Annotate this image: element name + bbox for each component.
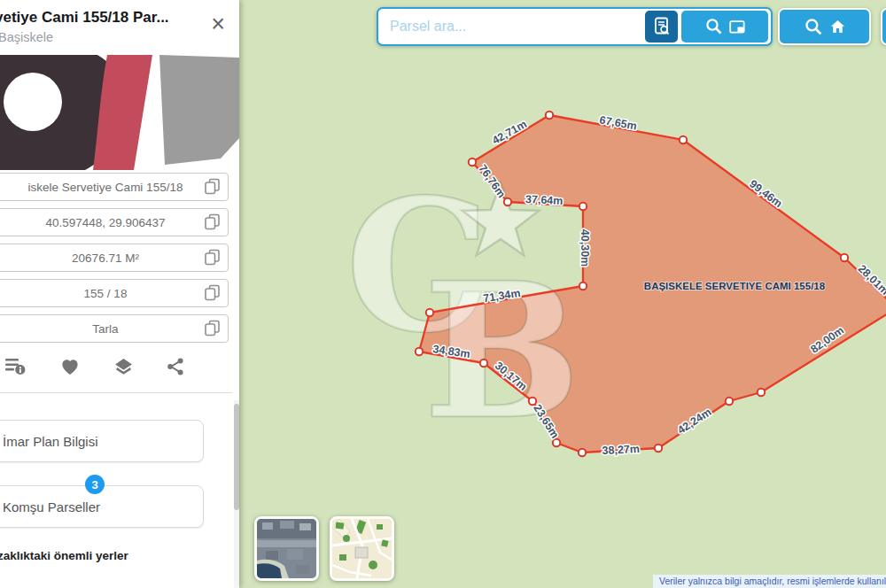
measurement-label: 40,30m	[579, 229, 591, 267]
vertex-point[interactable]	[553, 439, 560, 446]
field-land-type: Tarla	[0, 314, 229, 343]
search-home-button[interactable]	[778, 8, 871, 45]
close-icon[interactable]: ×	[211, 14, 225, 34]
action-icon-row	[4, 355, 186, 380]
field-parcel-name: iskele Servetiye Cami 155/18	[0, 173, 229, 201]
agency-logo	[0, 51, 239, 170]
field-value: Tarla	[92, 322, 118, 336]
sidebar-scrollbar-thumb[interactable]	[234, 404, 239, 510]
share-icon	[167, 358, 184, 375]
vertex-point[interactable]	[841, 254, 848, 261]
vertex-point[interactable]	[579, 449, 586, 456]
map-frame-icon	[729, 20, 745, 34]
layers-icon	[114, 358, 133, 375]
parcel-search-bar	[377, 7, 773, 46]
vertex-point[interactable]	[579, 203, 587, 210]
field-block-parcel: 155 / 18	[0, 279, 229, 307]
field-value: 20676.71 M²	[72, 251, 139, 265]
vertex-point[interactable]	[416, 348, 423, 355]
vertex-point[interactable]	[469, 159, 476, 166]
copy-icon[interactable]	[203, 320, 222, 338]
neighbor-parcels-button[interactable]: Komşu Parseller	[0, 485, 204, 528]
panel-header: vetiye Cami 155/18 Par... × Başiskele	[0, 0, 239, 44]
heart-icon	[60, 358, 80, 375]
copy-icon[interactable]	[203, 284, 222, 303]
parcel-info-icon	[5, 357, 27, 375]
search-area-button[interactable]	[681, 11, 768, 43]
measurement-label: 38,27m	[602, 443, 640, 457]
parcel-fields: iskele Servetiye Cami 155/18 40.597448, …	[0, 170, 239, 343]
search-input[interactable]	[381, 12, 645, 42]
measurement-label: 37,64m	[525, 193, 563, 207]
vertex-point[interactable]	[680, 136, 687, 143]
map-canvas[interactable]: C B 42,71m67,65m99,46m28,01m82,00m42,24m…	[239, 0, 886, 588]
panel-title: vetiye Cami 155/18 Par...	[0, 9, 209, 27]
zoning-plan-button[interactable]: İmar Plan Bilgisi	[0, 420, 204, 462]
layers-button[interactable]	[113, 355, 135, 380]
data-disclaimer: Veriler yalnızca bilgi amaçlıdır, resmi …	[653, 575, 886, 588]
document-search-icon	[651, 16, 672, 37]
field-value: iskele Servetiye Cami 155/18	[28, 181, 183, 194]
copy-icon[interactable]	[203, 178, 222, 197]
search-icon	[705, 18, 723, 35]
toolbar-button-clipped[interactable]	[881, 8, 886, 45]
parcel-detail-panel: vetiye Cami 155/18 Par... × Başiskele is…	[0, 0, 239, 588]
vertex-point[interactable]	[504, 198, 511, 205]
parcel-svg: C B 42,71m67,65m99,46m28,01m82,00m42,24m…	[239, 0, 886, 588]
field-value: 40.597448, 29.906437	[45, 216, 165, 229]
field-coordinates: 40.597448, 29.906437	[0, 208, 229, 236]
vertex-point[interactable]	[655, 445, 662, 452]
document-search-button[interactable]	[645, 11, 678, 43]
satellite-thumbnail[interactable]	[254, 516, 319, 581]
vertex-point[interactable]	[546, 112, 553, 119]
vertex-point[interactable]	[480, 360, 487, 367]
share-button[interactable]	[165, 355, 186, 380]
parcel-label: BAŞISKELE SERVETIYE CAMI 155/18	[644, 281, 826, 291]
divider	[0, 392, 232, 393]
home-icon	[830, 19, 845, 34]
vertex-point[interactable]	[726, 398, 733, 405]
nearby-places-label: zaklıktaki önemli yerler	[0, 549, 239, 562]
field-area: 20676.71 M²	[0, 244, 229, 272]
panel-subtitle: Başiskele	[0, 30, 239, 44]
vertex-point[interactable]	[426, 309, 433, 316]
copy-icon[interactable]	[203, 249, 222, 267]
favorite-button[interactable]	[58, 355, 82, 380]
search-icon	[804, 18, 823, 36]
neighbor-count-badge: 3	[85, 475, 105, 494]
field-value: 155 / 18	[84, 287, 128, 300]
vertex-point[interactable]	[758, 389, 765, 396]
copy-icon[interactable]	[203, 213, 222, 232]
vertex-point[interactable]	[579, 282, 587, 290]
street-map-thumbnail[interactable]	[330, 516, 394, 581]
parcel-info-button[interactable]	[4, 355, 28, 380]
vertex-point[interactable]	[529, 398, 536, 405]
